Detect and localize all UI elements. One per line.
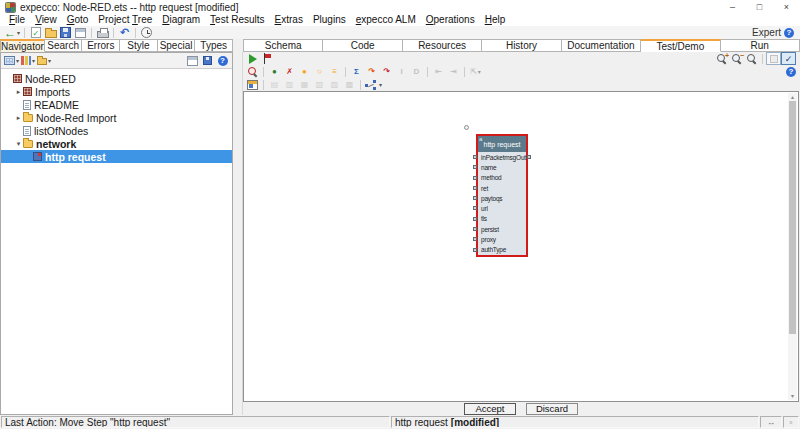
- open-in-window-button[interactable]: [185, 54, 200, 67]
- menu-extras[interactable]: Extras: [270, 14, 308, 26]
- menu-plugins[interactable]: Plugins: [308, 14, 351, 26]
- input-pin-authtype[interactable]: [473, 248, 477, 252]
- menu-test-results[interactable]: Test Results: [205, 14, 269, 26]
- menu-file[interactable]: File: [4, 14, 30, 26]
- panel-splitter[interactable]: [233, 52, 243, 415]
- expanded-expander-icon[interactable]: ▾: [14, 140, 23, 148]
- tab-test-demo[interactable]: Test/Demo: [641, 39, 720, 52]
- zoom-out-button[interactable]: −: [729, 52, 744, 65]
- new-window-button[interactable]: [73, 26, 88, 39]
- align-left-button[interactable]: ▤: [267, 78, 282, 91]
- scrollbar-thumb[interactable]: [789, 101, 796, 334]
- summary-button[interactable]: Σ: [349, 65, 364, 78]
- align-center-button[interactable]: ▥: [282, 78, 297, 91]
- tab-navigator[interactable]: Navigator: [0, 39, 45, 52]
- breakpoint-enable-button[interactable]: ○: [312, 65, 327, 78]
- zoom-in-button[interactable]: +: [714, 52, 729, 65]
- minimize-button[interactable]: –: [719, 0, 746, 14]
- tab-types[interactable]: Types: [195, 39, 233, 52]
- tab-resources[interactable]: Resources: [403, 39, 482, 52]
- scroll-down-icon[interactable]: ▾: [788, 392, 797, 400]
- breakpoint-list-button[interactable]: ≡: [327, 65, 342, 78]
- tab-style[interactable]: Style: [120, 39, 158, 52]
- inspect-button[interactable]: I: [394, 65, 409, 78]
- tab-documentation[interactable]: Documentation: [562, 39, 641, 52]
- save-suite-button[interactable]: [58, 26, 73, 39]
- tree-item-readme[interactable]: README: [1, 98, 232, 111]
- tree-item-listofnodes[interactable]: listOfNodes: [1, 124, 232, 137]
- tab-run[interactable]: Run: [721, 39, 800, 52]
- align-right-button[interactable]: ▦: [297, 78, 312, 91]
- open-suite-button[interactable]: [43, 26, 58, 39]
- skip-step-button[interactable]: ↷: [379, 65, 394, 78]
- palette-button[interactable]: [245, 78, 260, 91]
- pointer-mode-dropdown[interactable]: ⇱▾: [468, 65, 483, 78]
- tree-item-node-red-import[interactable]: ▸Node-Red Import: [1, 111, 232, 124]
- next-marker-button[interactable]: ⇥: [446, 65, 461, 78]
- input-pin-name[interactable]: [473, 165, 477, 169]
- connection-style-dropdown[interactable]: ▾: [364, 78, 383, 91]
- menu-expecco-alm[interactable]: expecco ALM: [351, 14, 421, 26]
- run-button[interactable]: [245, 52, 260, 65]
- node-http-request[interactable]: a http request inPacketmsgOutnamemethodr…: [476, 134, 528, 257]
- discard-button[interactable]: Discard: [526, 403, 578, 415]
- align-top-button[interactable]: ▧: [312, 78, 327, 91]
- inspect-breakpoints-button[interactable]: [245, 65, 260, 78]
- tab-errors[interactable]: Errors: [82, 39, 120, 52]
- zoom-reset-button[interactable]: [744, 52, 759, 65]
- diagram-canvas[interactable]: a http request inPacketmsgOutnamemethodr…: [243, 91, 799, 402]
- item-categories-dropdown[interactable]: ▾: [20, 54, 36, 67]
- grid-toggle-button[interactable]: [766, 52, 781, 65]
- menu-operations[interactable]: Operations: [421, 14, 480, 26]
- input-pin-url[interactable]: [473, 206, 477, 210]
- new-item-dropdown[interactable]: ▾: [36, 54, 52, 67]
- help-icon[interactable]: [784, 28, 794, 38]
- menu-goto[interactable]: Goto: [62, 14, 94, 26]
- resize-columns-icon[interactable]: ↔: [760, 416, 782, 428]
- resize-grip-icon[interactable]: ▫: [783, 416, 799, 428]
- input-pin-inpacket[interactable]: [473, 155, 477, 159]
- undo-button[interactable]: ↶: [117, 26, 132, 39]
- tree-item-network[interactable]: ▾network: [1, 137, 232, 150]
- breakpoint-toggle-button[interactable]: ●: [297, 65, 312, 78]
- tree-item-http-request[interactable]: http request: [1, 150, 232, 163]
- debug-button[interactable]: D: [409, 65, 424, 78]
- input-pin-method[interactable]: [473, 176, 477, 180]
- vertical-scrollbar[interactable]: ▴ ▾: [788, 93, 797, 400]
- input-pin-tls[interactable]: [473, 217, 477, 221]
- input-pin-paytoqs[interactable]: [473, 196, 477, 200]
- accept-item-button[interactable]: [28, 26, 43, 39]
- close-button[interactable]: ×: [773, 0, 800, 14]
- menu-project-tree[interactable]: Project Tree: [93, 14, 157, 26]
- tab-code[interactable]: Code: [323, 39, 402, 52]
- collapsed-expander-icon[interactable]: ▸: [14, 88, 23, 96]
- prev-marker-button[interactable]: ⇤: [431, 65, 446, 78]
- input-pin-ret[interactable]: [473, 186, 477, 190]
- run-with-breakpoints-button[interactable]: [260, 52, 275, 65]
- tree-item-node-red[interactable]: Node-RED: [1, 72, 232, 85]
- print-button[interactable]: [95, 26, 110, 39]
- history-button[interactable]: [139, 26, 154, 39]
- input-pin-proxy[interactable]: [473, 237, 477, 241]
- redo-step-button[interactable]: ↷: [364, 65, 379, 78]
- menu-diagram[interactable]: Diagram: [157, 14, 205, 26]
- collapsed-expander-icon[interactable]: ▸: [14, 114, 23, 122]
- accept-button[interactable]: Accept: [464, 403, 516, 415]
- align-bottom-button[interactable]: ▩: [342, 78, 357, 91]
- tree-item-imports[interactable]: ▸Imports: [1, 85, 232, 98]
- scroll-up-icon[interactable]: ▴: [788, 93, 797, 101]
- connection-point-marker[interactable]: [464, 125, 469, 130]
- node-title[interactable]: http request: [478, 136, 526, 152]
- tab-schema[interactable]: Schema: [243, 39, 323, 52]
- breakpoint-remove-button[interactable]: ✗: [282, 65, 297, 78]
- align-middle-button[interactable]: ▨: [327, 78, 342, 91]
- save-item-button[interactable]: [200, 54, 215, 67]
- output-pin-msgout[interactable]: [527, 155, 531, 159]
- input-pin-persist[interactable]: [473, 227, 477, 231]
- menu-view[interactable]: View: [30, 14, 62, 26]
- back-button[interactable]: ←▾: [3, 26, 21, 39]
- navigator-help-button[interactable]: [215, 54, 230, 67]
- breakpoint-add-button[interactable]: ●: [267, 65, 282, 78]
- menu-help[interactable]: Help: [480, 14, 511, 26]
- tab-search[interactable]: Search: [45, 39, 83, 52]
